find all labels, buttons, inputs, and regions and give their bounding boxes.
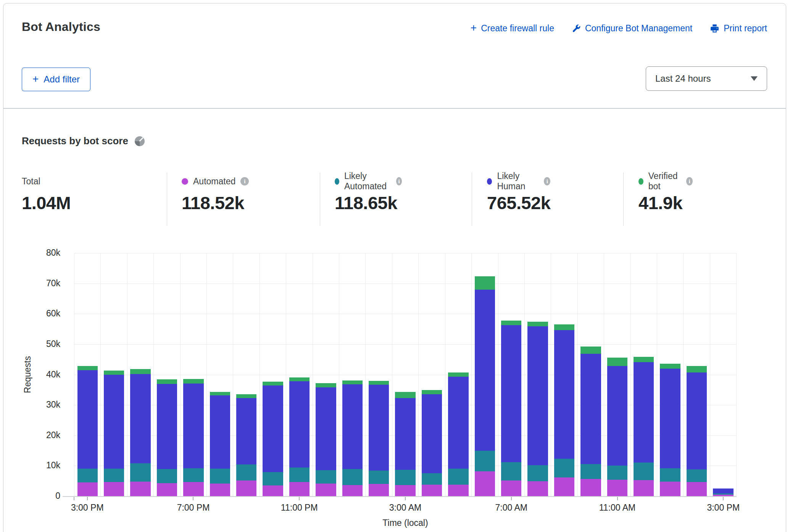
stat-label: Automated	[193, 176, 235, 187]
bar-stack-5-00-am[interactable]	[448, 372, 468, 496]
bar-segment-automated	[448, 485, 468, 496]
bar-slot	[445, 253, 471, 496]
bar-stack-8-00-pm[interactable]	[210, 392, 230, 496]
configure-bot-management-link[interactable]: Configure Bot Management	[572, 23, 692, 34]
bar-stack-12-00-pm[interactable]	[634, 357, 654, 496]
gridline-horizontal	[74, 253, 736, 253]
bar-stack-8-00-am[interactable]	[527, 322, 548, 496]
bar-segment-verified-bot	[607, 358, 627, 366]
bar-segment-likely-human	[183, 384, 203, 468]
add-filter-button[interactable]: + Add filter	[22, 68, 90, 91]
bar-stack-9-00-am[interactable]	[554, 324, 574, 496]
print-report-link[interactable]: Print report	[710, 23, 767, 34]
bar-segment-likely-automated	[501, 462, 521, 480]
time-range-value: Last 24 hours	[655, 73, 711, 84]
info-icon[interactable]: i	[240, 177, 249, 185]
bar-segment-automated	[77, 482, 98, 496]
bar-stack-3-00-am[interactable]	[395, 392, 415, 496]
bar-segment-automated	[395, 485, 415, 496]
bar-segment-verified-bot	[183, 379, 203, 384]
bar-stack-2-00-pm[interactable]	[687, 366, 707, 496]
stat-label: Total	[22, 176, 40, 187]
stat-value: 765.52k	[487, 192, 550, 213]
legend-dot	[487, 178, 492, 185]
bar-stack-4-00-am[interactable]	[422, 390, 442, 496]
x-tick-label: 3:00 PM	[689, 503, 758, 513]
legend-dot	[182, 178, 188, 185]
bar-segment-verified-bot	[263, 382, 283, 385]
create-firewall-rule-link[interactable]: + Create firewall rule	[471, 23, 554, 34]
bar-stack-1-00-pm[interactable]	[660, 364, 680, 496]
bar-segment-automated	[236, 480, 256, 496]
stat-label: Likely Human	[497, 171, 539, 192]
bar-segment-likely-automated	[607, 466, 627, 480]
bar-segment-likely-human	[157, 384, 177, 469]
bar-segment-likely-human	[104, 375, 124, 469]
bot-analytics-page: Bot Analytics + Create firewall rule Con…	[0, 0, 790, 532]
bar-stack-10-00-am[interactable]	[580, 347, 601, 496]
bar-slot	[74, 253, 100, 496]
bar-stack-1-00-am[interactable]	[342, 380, 363, 496]
bar-segment-likely-human	[448, 377, 468, 469]
y-tick-label: 30k	[22, 400, 60, 410]
info-icon[interactable]: i	[544, 177, 550, 185]
x-tick-label: 3:00 AM	[371, 503, 440, 513]
info-icon[interactable]: i	[686, 177, 693, 185]
info-icon[interactable]: i	[396, 177, 402, 185]
bar-slot	[498, 253, 524, 496]
bar-segment-verified-bot	[687, 366, 707, 372]
bar-segment-verified-bot	[104, 371, 124, 375]
y-tick-label: 10k	[22, 460, 60, 471]
y-tick-label: 0	[22, 491, 60, 501]
bar-segment-verified-bot	[448, 372, 468, 377]
bar-segment-verified-bot	[210, 392, 230, 396]
bar-segment-verified-bot	[554, 324, 574, 330]
plus-icon: +	[471, 23, 477, 33]
bar-stack-7-00-pm[interactable]	[183, 379, 203, 496]
time-range-dropdown[interactable]: Last 24 hours	[646, 66, 767, 91]
bar-segment-likely-automated	[580, 464, 601, 479]
header-actions: + Create firewall rule Configure Bot Man…	[471, 23, 767, 34]
bar-stack-11-00-pm[interactable]	[289, 377, 310, 496]
bar-stack-6-00-am[interactable]	[475, 276, 495, 496]
bar-segment-likely-automated	[316, 470, 336, 484]
bar-segment-automated	[289, 482, 310, 496]
y-tick-label: 50k	[22, 339, 60, 349]
bar-slot	[683, 253, 709, 496]
bar-segment-verified-bot	[395, 392, 415, 398]
bar-stack-3-00-pm[interactable]	[713, 488, 733, 496]
y-tick-label: 80k	[22, 248, 60, 258]
bar-segment-likely-human	[263, 385, 283, 472]
bar-stack-10-00-pm[interactable]	[263, 382, 283, 496]
bar-slot	[524, 253, 551, 496]
bar-stack-11-00-am[interactable]	[607, 358, 627, 496]
x-tick-mark	[511, 497, 512, 500]
bar-stack-3-00-pm[interactable]	[77, 366, 98, 496]
bar-stack-5-00-pm[interactable]	[130, 369, 150, 496]
stat-card-automated: Automatedi118.52k	[182, 176, 249, 213]
bar-stack-2-00-am[interactable]	[369, 381, 389, 496]
bar-segment-verified-bot	[289, 377, 310, 381]
stat-label-row: Likely Automatedi	[335, 176, 402, 187]
x-tick-label: 11:00 PM	[265, 503, 334, 513]
x-tick-label: 7:00 AM	[477, 503, 546, 513]
bar-segment-likely-automated	[210, 469, 230, 484]
bar-stack-7-00-am[interactable]	[501, 321, 521, 496]
bar-segment-verified-bot	[422, 390, 442, 394]
bar-segment-likely-automated	[369, 471, 389, 484]
x-tick-label: 7:00 PM	[159, 503, 227, 513]
bar-segment-likely-human	[554, 330, 574, 459]
bar-segment-automated	[130, 482, 150, 496]
bar-stack-12-00-am[interactable]	[316, 383, 336, 496]
bar-stack-6-00-pm[interactable]	[157, 379, 177, 496]
bar-stack-4-00-pm[interactable]	[104, 371, 124, 496]
legend-dot	[335, 178, 339, 185]
x-tick-mark	[405, 497, 406, 500]
bar-segment-likely-automated	[289, 468, 310, 482]
x-tick-mark	[87, 497, 88, 500]
bar-segment-likely-automated	[342, 469, 363, 485]
bar-segment-automated	[316, 484, 336, 496]
bar-stack-9-00-pm[interactable]	[236, 394, 256, 496]
bar-slot	[551, 253, 577, 496]
bar-slot	[604, 253, 630, 496]
